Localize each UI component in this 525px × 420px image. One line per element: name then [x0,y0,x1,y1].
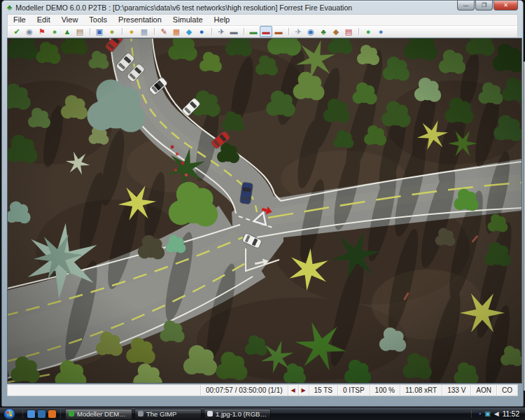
toolbar-icon-glyph: ▬ [250,28,258,36]
legend-icon[interactable]: ▦ [170,26,183,37]
toolbar-icon-glyph: ▦ [173,28,180,36]
tree-icon[interactable]: ♣ [317,26,330,37]
tray-volume-icon[interactable]: ◀ [494,411,499,417]
zoom-tool-icon[interactable]: ◉ [23,26,36,37]
vehicles-icon[interactable]: ▬ [227,26,240,37]
menu-item[interactable]: File [8,15,31,25]
toolbar-icon-glyph: ◆ [333,28,339,36]
toolbar-icon-glyph: ● [200,28,204,36]
fill-icon[interactable]: ◆ [183,26,195,37]
clock[interactable]: 11:52 [503,410,519,418]
taskbar-window-icon [69,411,74,416]
sphere-blue-icon[interactable]: ● [374,26,387,37]
status-cell: CO [496,385,517,396]
flag-icon[interactable]: ⚑ [36,26,48,37]
menu-item[interactable]: Edit [31,15,56,25]
toolbar-icon-glyph: ● [379,28,384,36]
toolbar-icon-glyph: ▣ [96,28,103,36]
close-button[interactable]: ✕ [493,1,518,10]
taskbar-window-button[interactable]: 1.jpg-1.0 (RGB, 1 lay... [204,409,271,419]
taskbar-window-icon [207,411,213,416]
status-cell: 15 TS [309,385,338,396]
signals-icon[interactable]: ▲ [61,26,74,37]
toolbar-icon-glyph: ▤ [345,28,352,36]
notes-icon[interactable]: ▤ [74,26,86,37]
vignette [8,38,522,383]
quicklaunch-switcher-icon[interactable] [38,410,46,418]
title-bar[interactable]: ♣ Modeller DEMO 6.0.0 P2TB : [D:\paramic… [2,1,523,14]
toolbar-icon-glyph: ◉ [26,28,33,36]
toolbar-icon-glyph: ⚑ [38,28,46,36]
quick-launch [22,410,61,418]
query-icon[interactable]: ● [125,26,138,37]
menu-item[interactable]: Simulate [167,15,209,25]
status-cell: 11.08 xRT [400,385,442,396]
step-forward-button[interactable]: ▶ [298,385,309,396]
menu-item[interactable]: View [56,15,84,25]
taskbar: Modeller DEMO 6.0... The GIMP 1.jpg-1.0 … [0,407,525,420]
toolbar-icon-glyph: ◆ [186,28,192,36]
toolbar-icon-glyph: ◉ [307,28,314,36]
edit-icon[interactable]: ✎ [158,26,170,37]
vehicle-select-icon[interactable]: ▬ [260,26,272,37]
taskbar-window-button[interactable]: The GIMP [134,409,202,419]
status-cell: 0 ITSP [337,385,370,396]
toolbar-icon-glyph: ▲ [64,28,71,36]
app-icon: ♣ [7,4,12,11]
status-cell: 133 V [442,385,470,396]
windows-orb-icon [4,408,15,420]
toolbar-icon-glyph: ▤ [76,28,83,36]
simulation-clock: 00:07:57 / 03:50:00 (1/1) [200,385,288,396]
system-tray: ▪ ▣ ◀ 11:52 [471,410,525,418]
node-icon[interactable]: ● [48,26,61,37]
viewport-3d[interactable] [7,38,522,384]
taskbar-window-icon [138,411,144,416]
toolbar-icon-glyph: ● [130,28,134,36]
quicklaunch-firefox-icon[interactable] [48,410,56,418]
globe-pointer-icon[interactable]: ◉ [304,26,317,37]
toolbar-icon-glyph: ✔ [13,28,20,36]
glider-icon[interactable]: ✈ [292,26,304,37]
aircraft-icon[interactable]: ✈ [215,26,227,37]
status-cell: 100 % [370,385,400,396]
stats-icon[interactable]: ▤ [342,26,355,37]
window-title: Modeller DEMO 6.0.0 P2TB : [D:\paramics\… [15,4,352,12]
vehicle-orange-icon[interactable]: ▬ [272,26,285,37]
toolbar-icon-glyph: ✈ [218,28,224,36]
tray-keyboard-icon[interactable]: ▪ [479,411,481,417]
table-icon[interactable]: ▦ [138,26,150,37]
task-buttons: Modeller DEMO 6.0... The GIMP 1.jpg-1.0 … [65,409,471,419]
quicklaunch-desktop-icon[interactable] [27,410,35,418]
menu-item[interactable]: Help [209,15,236,25]
toolbar-icon-glyph: ● [52,28,57,36]
network-check-icon[interactable]: ✔ [10,26,23,37]
basket-icon[interactable]: ◆ [330,26,342,37]
minimize-button[interactable]: — [457,1,475,10]
toolbar-icon-glyph: ♣ [321,28,326,36]
menu-bar: File Edit View Tools Presentation Simula… [7,14,518,25]
toolbar-icon-glyph: ▬ [230,28,238,36]
menu-item[interactable]: Presentation [113,15,167,25]
status-cell: AON [470,385,496,396]
simulation-scene [8,38,522,383]
toolbar-icon-glyph: ● [110,28,115,36]
taskbar-window-label: Modeller DEMO 6.0... [77,410,129,418]
tray-network-icon[interactable]: ▣ [484,411,491,417]
step-back-button[interactable]: ◀ [288,385,298,396]
world-icon[interactable]: ● [195,26,208,37]
taskbar-window-label: The GIMP [146,410,176,418]
globe-icon[interactable]: ● [106,26,118,37]
toolbar-icon-glyph: ✈ [295,28,301,36]
start-button[interactable] [1,407,17,420]
toolbar: ✔ ◉ ⚑ ● ▲ ▤ ▣ ● ● ▦ ✎ ▦ ◆ ● ✈ ▬ [7,25,518,38]
vehicle-green-icon[interactable]: ▬ [247,26,260,37]
taskbar-window-button[interactable]: Modeller DEMO 6.0... [65,409,132,419]
sphere-green-icon[interactable]: ● [362,26,374,37]
camera-icon[interactable]: ▣ [93,26,106,37]
toolbar-icon-glyph: ▦ [141,28,148,36]
toolbar-icon-glyph: ✎ [160,28,167,36]
status-bar: 00:07:57 / 03:50:00 (1/1) ◀ ▶ 15 TS 0 IT… [7,384,518,396]
taskbar-window-label: 1.jpg-1.0 (RGB, 1 lay... [216,410,267,418]
maximize-button[interactable]: ❐ [475,1,493,10]
menu-item[interactable]: Tools [83,15,113,25]
